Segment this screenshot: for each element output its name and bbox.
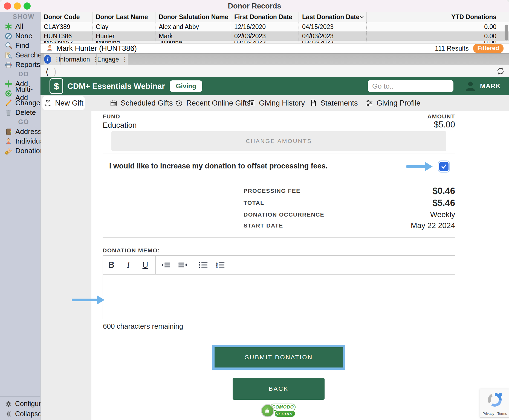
offset-fees-checkbox[interactable]: [439, 162, 449, 171]
giving-badge[interactable]: Giving: [170, 80, 202, 92]
amount-value: $5.00: [434, 120, 455, 130]
browser-nav-row: ⟨ ⟩: [41, 65, 509, 77]
recaptcha-badge[interactable]: Privacy - Terms: [480, 389, 509, 418]
sidebar-item-reports[interactable]: Reports: [0, 60, 40, 69]
summary-row-processing-fee: PROCESSING FEE $0.46: [103, 185, 455, 197]
document-icon: [309, 99, 317, 107]
table-row[interactable]: MANN452 Manning Juilanne 03/16/2023 03/1…: [41, 41, 509, 43]
back-button[interactable]: BACK: [233, 378, 325, 400]
column-header-last-name[interactable]: Donor Last Name: [92, 12, 155, 22]
divider: [103, 153, 455, 153]
column-header-last-date[interactable]: Last Donation Date: [299, 12, 367, 22]
back-arrow-button[interactable]: ⟨: [45, 67, 49, 77]
column-header-ytd[interactable]: YTD Donations: [367, 12, 509, 22]
divider: [103, 237, 455, 238]
pencil-icon: [4, 99, 13, 107]
gear-icon: [4, 400, 13, 408]
sliders-icon: [365, 99, 374, 107]
submit-donation-button[interactable]: SUBMIT DONATION: [212, 345, 345, 370]
occurrence-value: Weekly: [430, 210, 455, 219]
nav-tab-scheduled-gifts[interactable]: Scheduled Gifts: [109, 96, 173, 110]
underline-button[interactable]: U: [137, 256, 154, 274]
nav-tab-new-gift[interactable]: New Gift: [42, 96, 85, 110]
sidebar-item-searches[interactable]: Searches: [0, 50, 40, 60]
configure-button[interactable]: Configure: [0, 399, 41, 409]
memo-editor: B I U 123: [103, 255, 455, 319]
sidebar-item-all[interactable]: All: [0, 22, 40, 31]
sidebar-footer: Configure Collapse: [0, 396, 41, 419]
numbered-list-icon[interactable]: 123: [212, 256, 229, 274]
sidebar-section-show: SHOW: [0, 12, 40, 22]
sidebar-section-go: GO: [0, 117, 40, 127]
search-document-icon: [4, 51, 13, 59]
thumbs-up-icon: [261, 404, 274, 417]
bullet-list-icon[interactable]: [195, 256, 212, 274]
annotation-arrow-checkbox: [406, 162, 433, 171]
tab-engage[interactable]: Engage ⋮: [97, 54, 128, 65]
privacy-terms-link[interactable]: Privacy - Terms: [482, 412, 507, 416]
address-book-icon: [4, 128, 13, 136]
fund-label: FUND: [103, 113, 120, 120]
italic-button[interactable]: I: [120, 256, 137, 274]
total-value: $5.46: [432, 198, 455, 208]
main-area: Donor Code Donor Last Name Donor Salutat…: [41, 12, 509, 420]
user-name: MARK: [480, 82, 501, 90]
donor-records-window: Donor Records SHOW All None Find Searche…: [0, 0, 509, 420]
memo-textarea[interactable]: [103, 275, 455, 319]
sidebar-item-change[interactable]: Change: [0, 98, 40, 108]
sidebar-item-donations[interactable]: Donations: [0, 146, 40, 156]
donor-table: Donor Code Donor Last Name Donor Salutat…: [41, 12, 509, 43]
nav-tab-statements[interactable]: Statements: [309, 96, 358, 110]
forward-arrow-button[interactable]: ⟩: [54, 67, 57, 77]
column-header-salutation[interactable]: Donor Salutation Name: [155, 12, 231, 22]
sidebar-section-do: DO: [0, 69, 40, 79]
bold-button[interactable]: B: [103, 256, 120, 274]
giving-header: $ CDM+ Essentials Webinar Giving MARK: [41, 77, 509, 95]
receipt-icon: [248, 99, 256, 107]
nav-tab-giving-history[interactable]: Giving History: [248, 96, 305, 110]
sidebar-item-delete[interactable]: Delete: [0, 108, 40, 117]
sidebar-item-find[interactable]: Find: [0, 41, 40, 50]
history-clock-icon: [175, 99, 183, 107]
outdent-icon[interactable]: [174, 256, 191, 274]
results-count: 111 Results: [435, 45, 468, 52]
user-menu[interactable]: MARK: [464, 80, 501, 92]
collapse-icon: [4, 410, 13, 418]
asterisk-icon: [4, 22, 13, 31]
sidebar-item-individual[interactable]: Individual: [0, 136, 40, 146]
drag-handle-icon: ⋮: [122, 56, 128, 62]
tab-information[interactable]: Information ⋮: [61, 54, 96, 65]
summary-row-occurrence: DONATION OCCURRENCE Weekly: [103, 209, 455, 220]
table-row-selected[interactable]: HUNT386 Hunter Mark 02/03/2023 04/03/202…: [41, 31, 509, 41]
content-gutter: [41, 111, 91, 420]
donation-summary: PROCESSING FEE $0.46 TOTAL $5.46 DONATIO…: [103, 185, 455, 231]
change-amounts-button[interactable]: CHANGE AMOUNTS: [111, 131, 446, 151]
filtered-badge[interactable]: Filtered: [473, 44, 504, 53]
goto-input[interactable]: [368, 80, 453, 92]
summary-row-start-date: START DATE May 22 2024: [103, 220, 455, 231]
sidebar-item-address[interactable]: Address: [0, 127, 40, 136]
chars-remaining: 600 characters remaining: [103, 322, 183, 331]
sidebar-item-multi-add[interactable]: Multi-Add: [0, 89, 40, 98]
tab-info[interactable]: i ⋮: [44, 54, 60, 65]
sidebar-divider: [0, 396, 41, 396]
table-row[interactable]: CLAY389 Clay Alex and Abby 12/16/2020 04…: [41, 22, 509, 31]
column-header-donor-code[interactable]: Donor Code: [41, 12, 92, 22]
table-scrollbar[interactable]: [505, 25, 508, 40]
refresh-icon[interactable]: [496, 66, 505, 76]
window-title: Donor Records: [0, 0, 509, 12]
sidebar-item-none[interactable]: None: [0, 31, 40, 41]
no-entry-icon: [4, 32, 13, 40]
indent-icon[interactable]: [157, 256, 174, 274]
fund-value: Education: [103, 121, 137, 130]
amount-label: AMOUNT: [427, 113, 455, 120]
column-header-first-date[interactable]: First Donation Date: [231, 12, 299, 22]
hand-heart-icon: [44, 99, 52, 107]
circular-plus-icon: [4, 89, 13, 98]
nav-tab-recent-online-gifts[interactable]: Recent Online Gifts: [175, 96, 250, 110]
collapse-button[interactable]: Collapse: [0, 409, 41, 419]
person-icon: [4, 137, 13, 145]
nav-tab-giving-profile[interactable]: Giving Profile: [365, 96, 421, 110]
comodo-secure-badge: COMODO SECURE: [261, 404, 297, 419]
record-header-bar: Mark Hunter (HUNT386) 111 Results Filter…: [41, 43, 509, 54]
